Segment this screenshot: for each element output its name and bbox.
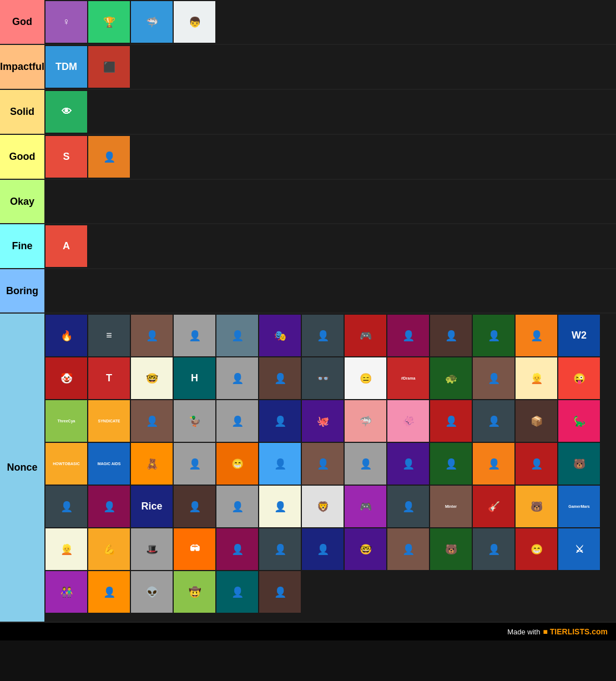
tier-item-n69[interactable]: 🕶 <box>174 528 215 570</box>
tier-item-n37[interactable]: 👤 <box>473 400 514 442</box>
tier-item-n30[interactable]: 🦆 <box>174 400 215 442</box>
tier-item-n55[interactable]: Rice <box>131 486 173 527</box>
tier-item-n56[interactable]: 👤 <box>174 486 215 527</box>
tier-row-boring: Boring <box>0 269 616 314</box>
tier-item-n2[interactable]: ≡ <box>88 315 130 356</box>
tier-item-n83[interactable]: 👤 <box>216 571 258 613</box>
tier-item-n81[interactable]: 👽 <box>131 571 173 613</box>
tier-item-n9[interactable]: 👤 <box>387 315 429 356</box>
tier-item-markiplier[interactable]: 👁 <box>46 91 87 133</box>
tier-item-vanoss[interactable]: A <box>46 225 87 267</box>
tier-item-n16[interactable]: 🤓 <box>131 357 173 399</box>
tier-item-n35[interactable]: 🦑 <box>387 400 429 442</box>
tier-item-n60[interactable]: 🎮 <box>345 486 386 527</box>
tier-item-n15[interactable]: T <box>88 357 130 399</box>
tier-item-n13[interactable]: W2 <box>558 315 600 356</box>
tier-item-n62[interactable]: Minter <box>430 486 472 527</box>
tier-item-n70[interactable]: 👤 <box>216 528 258 570</box>
tier-item-n54[interactable]: 👤 <box>88 486 130 527</box>
tier-item-n32[interactable]: 👤 <box>259 400 301 442</box>
tier-item-n18[interactable]: 👤 <box>216 357 258 399</box>
tier-item-n41[interactable]: MAGIC AIDS <box>88 443 130 485</box>
tier-item-n65[interactable]: GamerMars <box>558 486 600 527</box>
tier-item-n39[interactable]: 🦕 <box>558 400 600 442</box>
tier-item-n50[interactable]: 👤 <box>473 443 514 485</box>
tier-item-n47[interactable]: 👤 <box>345 443 386 485</box>
tier-item-n40[interactable]: HOWTOBASIC <box>46 443 87 485</box>
tier-item-n19[interactable]: 👤 <box>259 357 301 399</box>
tier-item-n76[interactable]: 👤 <box>473 528 514 570</box>
tier-item-n82[interactable]: 🤠 <box>174 571 215 613</box>
tier-item-n67[interactable]: 💪 <box>88 528 130 570</box>
tier-item-creator2[interactable]: ⬛ <box>88 46 130 88</box>
tier-item-n75[interactable]: 🐻 <box>430 528 472 570</box>
tier-item-n46[interactable]: 👤 <box>302 443 344 485</box>
tier-item-n68[interactable]: 🎩 <box>131 528 173 570</box>
tier-item-n59[interactable]: 🦁 <box>302 486 344 527</box>
tier-item-n73[interactable]: 🤓 <box>345 528 386 570</box>
tier-item-n52[interactable]: 🐻 <box>558 443 600 485</box>
tier-item-n33[interactable]: 🐙 <box>302 400 344 442</box>
tier-item-n44[interactable]: 😁 <box>216 443 258 485</box>
tier-item-creator4[interactable]: 👤 <box>88 136 130 178</box>
tier-item-n7[interactable]: 👤 <box>302 315 344 356</box>
tier-item-n84[interactable]: 👤 <box>259 571 301 613</box>
tier-item-n48[interactable]: 👤 <box>387 443 429 485</box>
tier-item-n14[interactable]: 🤡 <box>46 357 87 399</box>
tier-item-n24[interactable]: 👤 <box>473 357 514 399</box>
tier-item-n43[interactable]: 👤 <box>174 443 215 485</box>
tier-item-n22[interactable]: #Drama <box>387 357 429 399</box>
tier-item-n74[interactable]: 👤 <box>387 528 429 570</box>
tier-item-n77[interactable]: 😁 <box>516 528 557 570</box>
tier-item-jacksepticeye[interactable]: 🏆 <box>88 1 130 43</box>
tier-item-n25[interactable]: 👱 <box>516 357 557 399</box>
tier-item-n12[interactable]: 👤 <box>516 315 557 356</box>
tier-item-n29[interactable]: 👤 <box>131 400 173 442</box>
tier-item-n4[interactable]: 👤 <box>174 315 215 356</box>
tier-item-n31[interactable]: 👤 <box>216 400 258 442</box>
tier-item-n78[interactable]: ⚔ <box>558 528 600 570</box>
tier-content-nonce: 🔥≡👤👤👤🎭👤🎮👤👤👤👤W2🤡T🤓H👤👤👓😑#Drama🐢👤👱😜ThreeCya… <box>44 314 616 622</box>
tier-item-n1[interactable]: 🔥 <box>46 315 87 356</box>
tier-item-n57[interactable]: 👤 <box>216 486 258 527</box>
tier-label-boring: Boring <box>0 269 44 312</box>
tier-item-n58[interactable]: 👤 <box>259 486 301 527</box>
tier-item-n49[interactable]: 👤 <box>430 443 472 485</box>
tier-item-syndicate[interactable]: S <box>46 136 87 178</box>
tier-item-n27[interactable]: ThreeCya <box>46 400 87 442</box>
tier-item-n45[interactable]: 👤 <box>259 443 301 485</box>
tier-item-n66[interactable]: 👱 <box>46 528 87 570</box>
tier-item-n34[interactable]: 🦈 <box>345 400 386 442</box>
tier-item-n64[interactable]: 🐻 <box>516 486 557 527</box>
tier-item-n21[interactable]: 😑 <box>345 357 386 399</box>
tier-item-n17[interactable]: H <box>174 357 215 399</box>
tier-item-n11[interactable]: 👤 <box>473 315 514 356</box>
tier-item-n8[interactable]: 🎮 <box>345 315 386 356</box>
tier-item-n51[interactable]: 👤 <box>516 443 557 485</box>
tier-item-n36[interactable]: 👤 <box>430 400 472 442</box>
tier-item-purpleheart[interactable]: ♀ <box>46 1 87 43</box>
tier-item-n38[interactable]: 📦 <box>516 400 557 442</box>
tier-item-tdm[interactable]: TDM <box>46 46 87 88</box>
tier-content-impactful: TDM⬛ <box>44 45 616 89</box>
tier-item-n72[interactable]: 👤 <box>302 528 344 570</box>
tier-item-n26[interactable]: 😜 <box>558 357 600 399</box>
tier-item-n10[interactable]: 👤 <box>430 315 472 356</box>
tier-item-n79[interactable]: 👫 <box>46 571 87 613</box>
tier-item-tabbes[interactable]: 🦈 <box>131 1 173 43</box>
tier-item-n63[interactable]: 🎸 <box>473 486 514 527</box>
tier-item-n53[interactable]: 👤 <box>46 486 87 527</box>
tier-item-n3[interactable]: 👤 <box>131 315 173 356</box>
tier-item-odd1sout[interactable]: 👦 <box>174 1 215 43</box>
tier-item-n23[interactable]: 🐢 <box>430 357 472 399</box>
tier-item-n80[interactable]: 👤 <box>88 571 130 613</box>
tier-label-nonce: Nonce <box>0 314 44 622</box>
tier-item-n61[interactable]: 👤 <box>387 486 429 527</box>
tier-row-god: God♀🏆🦈👦 <box>0 0 616 45</box>
tier-item-n20[interactable]: 👓 <box>302 357 344 399</box>
tier-item-n42[interactable]: 🧸 <box>131 443 173 485</box>
tier-item-n5[interactable]: 👤 <box>216 315 258 356</box>
tier-item-n28[interactable]: SYNDICATE <box>88 400 130 442</box>
tier-item-n6[interactable]: 🎭 <box>259 315 301 356</box>
tier-item-n71[interactable]: 👤 <box>259 528 301 570</box>
